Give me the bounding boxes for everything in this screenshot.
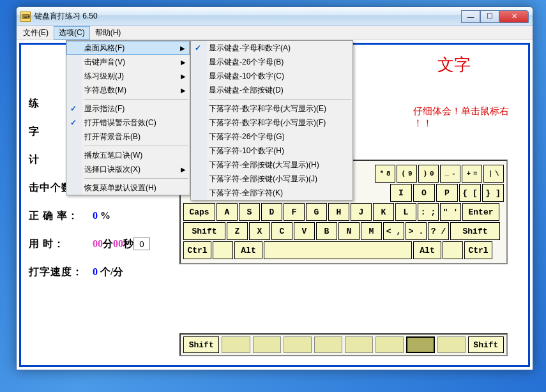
key-g[interactable]: G xyxy=(306,203,327,221)
app-icon: ⌨ xyxy=(20,11,31,22)
menubar: 文件(E) 选项(C) 帮助(H) xyxy=(17,26,533,40)
key-o[interactable]: O xyxy=(413,184,435,202)
menu-item[interactable]: 练习级别(J)▶ xyxy=(66,69,190,83)
key-[interactable]: { [ xyxy=(459,184,481,202)
key-b[interactable]: B xyxy=(316,222,337,240)
key[interactable]: += xyxy=(462,165,482,183)
key-caps[interactable]: Caps xyxy=(183,203,215,221)
minimize-button[interactable]: — xyxy=(461,10,480,23)
menu-item[interactable]: 桌面风格(F)▶ xyxy=(66,41,190,55)
menu-item[interactable]: 下落字符-全部按键(小写显示)(J) xyxy=(191,172,353,186)
key-[interactable]: : ; xyxy=(418,203,439,221)
key-ctrl[interactable]: Ctrl xyxy=(464,241,492,259)
time-input[interactable] xyxy=(133,237,150,250)
speed-label: 打字速度： xyxy=(29,266,93,279)
thumb-6[interactable] xyxy=(375,336,404,353)
menu-item[interactable]: 恢复菜单默认设置(H) xyxy=(66,181,190,195)
menu-help[interactable]: 帮助(H) xyxy=(90,26,126,40)
menu-item[interactable]: 下落字符-全部按键(大写显示)(H) xyxy=(191,158,353,172)
window-controls: — ☐ ✕ xyxy=(461,10,529,23)
menu-item[interactable]: 播放五笔口诀(W) xyxy=(66,148,190,162)
window-title: 键盘盲打练习 6.50 xyxy=(34,11,461,22)
menu-item[interactable]: 选择口诀版次(X)▶ xyxy=(66,162,190,176)
key-[interactable]: > . xyxy=(406,222,427,240)
menu-item[interactable]: ✓打开错误警示音效(C) xyxy=(66,116,190,130)
key-shift[interactable]: Shift xyxy=(183,222,225,240)
time-label: 用 时： xyxy=(29,237,93,251)
menu-file[interactable]: 文件(E) xyxy=(18,26,54,40)
key-ctrl[interactable]: Ctrl xyxy=(183,241,211,259)
speed-value: 0 xyxy=(93,266,98,278)
key-z[interactable]: Z xyxy=(227,222,248,240)
key-x[interactable]: X xyxy=(249,222,270,240)
key-h[interactable]: H xyxy=(328,203,349,221)
thumb-3[interactable] xyxy=(284,336,312,353)
key[interactable]: )0 xyxy=(418,165,439,183)
close-button[interactable]: ✕ xyxy=(499,10,529,23)
key-p[interactable]: P xyxy=(436,184,458,202)
menu-item[interactable]: 击键声音(V)▶ xyxy=(66,55,190,69)
key-s[interactable]: S xyxy=(239,203,260,221)
key-a[interactable]: A xyxy=(216,203,238,221)
key-enter[interactable]: Enter xyxy=(462,203,499,221)
key-alt[interactable]: Alt xyxy=(234,241,262,259)
key-v[interactable]: V xyxy=(294,222,315,240)
header-sub2: ！！ xyxy=(413,118,432,128)
key-m[interactable]: M xyxy=(361,222,382,240)
bottom-shift-left[interactable]: Shift xyxy=(183,336,219,353)
menu-item[interactable]: 显示键盘-26个字母(B) xyxy=(191,55,353,69)
key-l[interactable]: L xyxy=(395,203,416,221)
thumb-2[interactable] xyxy=(253,336,281,353)
menu-item[interactable]: 显示键盘-10个数字(C) xyxy=(191,69,353,83)
key-[interactable] xyxy=(264,241,412,259)
menu-item[interactable]: ✓显示键盘-字母和数字(A) xyxy=(191,41,353,55)
header-sub: 仔细体会！单击鼠标右 ！！ xyxy=(413,105,509,130)
thumb-8[interactable] xyxy=(437,336,466,353)
key-[interactable]: ? / xyxy=(428,222,449,240)
menu-item[interactable]: 下落字符-全部字符(K) xyxy=(191,186,353,200)
key-[interactable]: " ' xyxy=(440,203,461,221)
main-window: ⌨ 键盘盲打练习 6.50 — ☐ ✕ 文件(E) 选项(C) 帮助(H) 文字… xyxy=(16,6,533,370)
speed-unit: 个/分 xyxy=(100,266,123,279)
key-[interactable] xyxy=(443,241,463,259)
key[interactable]: (9 xyxy=(397,165,417,183)
menu-item[interactable]: 下落字符-10个数字(H) xyxy=(191,144,353,158)
menu-item[interactable]: 下落字符-数字和字母(小写显示)(F) xyxy=(191,116,353,130)
key-alt[interactable]: Alt xyxy=(413,241,441,259)
menu-item[interactable]: 显示键盘-全部按键(D) xyxy=(191,83,353,97)
time-sec: 00 xyxy=(113,238,123,250)
key-d[interactable]: D xyxy=(261,203,282,221)
key-shift[interactable]: Shift xyxy=(450,222,500,240)
acc-value: 0 xyxy=(93,210,98,222)
menu-item[interactable]: 打开背景音乐(B) xyxy=(66,130,190,144)
time-min-u: 分 xyxy=(103,237,113,251)
menu-item[interactable]: 字符总数(M)▶ xyxy=(66,83,190,97)
menu-item[interactable]: 下落字符-数字和字母(大写显示)(E) xyxy=(191,102,353,116)
key[interactable]: _- xyxy=(440,165,460,183)
key-f[interactable]: F xyxy=(284,203,305,221)
thumb-4[interactable] xyxy=(314,336,342,353)
menu-options[interactable]: 选项(C) xyxy=(54,26,90,40)
key-c[interactable]: C xyxy=(271,222,292,240)
key[interactable]: *8 xyxy=(375,165,395,183)
time-sec-u: 秒 xyxy=(123,237,133,251)
key-[interactable]: < , xyxy=(383,222,404,240)
key-n[interactable]: N xyxy=(338,222,360,240)
key-k[interactable]: K xyxy=(373,203,394,221)
key-i[interactable]: I xyxy=(390,184,412,202)
maximize-button[interactable]: ☐ xyxy=(480,10,499,23)
thumb-7-selected[interactable] xyxy=(406,336,434,353)
thumb-5[interactable] xyxy=(345,336,373,353)
header-main: 文字 xyxy=(437,54,471,76)
key[interactable]: |\ xyxy=(483,165,504,183)
titlebar[interactable]: ⌨ 键盘盲打练习 6.50 — ☐ ✕ xyxy=(17,7,533,26)
key-[interactable]: } ] xyxy=(482,184,504,202)
acc-unit: % xyxy=(100,210,110,222)
key-j[interactable]: J xyxy=(351,203,372,221)
menu-item[interactable]: 下落字符-26个字母(G) xyxy=(191,130,353,144)
bottom-shift-right[interactable]: Shift xyxy=(468,336,504,353)
key-[interactable] xyxy=(213,241,233,259)
menu-item[interactable]: ✓显示指法(F) xyxy=(66,102,190,116)
acc-label: 正 确 率： xyxy=(29,209,93,223)
thumb-1[interactable] xyxy=(222,336,250,353)
